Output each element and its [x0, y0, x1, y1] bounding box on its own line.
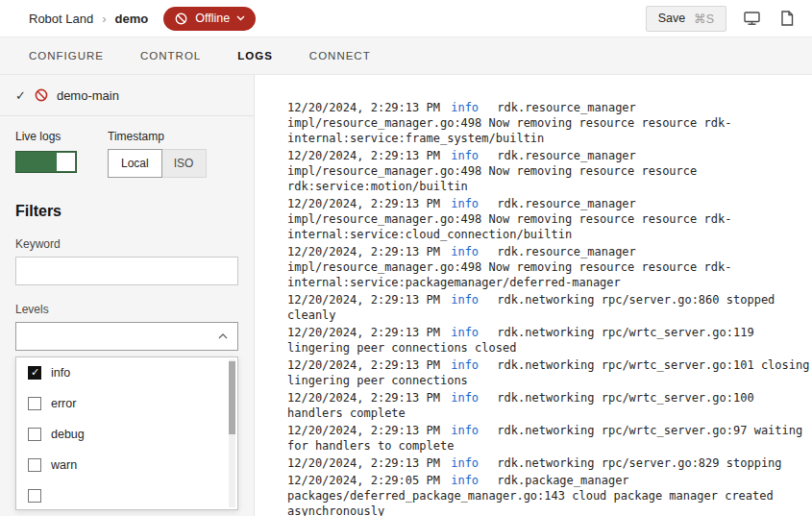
log-timestamp: 12/20/2024, 2:29:13 PM	[287, 101, 440, 114]
log-timestamp: 12/20/2024, 2:29:13 PM	[287, 197, 440, 210]
content-area: ✓ demo-main Live logs Timestamp Local IS…	[0, 75, 812, 516]
tab-configure[interactable]: CONFIGURE	[29, 50, 104, 61]
tab-control[interactable]: CONTROL	[140, 50, 201, 61]
log-message: impl/resource_manager.go:498 Now removin…	[287, 164, 697, 193]
log-timestamp: 12/20/2024, 2:29:13 PM	[287, 424, 440, 437]
log-entry: 12/20/2024, 2:29:13 PM info rdk.resource…	[287, 100, 812, 146]
checkbox-icon[interactable]	[28, 397, 41, 410]
wifi-off-icon	[174, 12, 188, 26]
log-level: info	[451, 358, 479, 372]
chevron-down-icon	[236, 15, 245, 21]
offline-status-badge[interactable]: Offline	[163, 7, 256, 31]
log-logger: rdk.networking	[497, 326, 594, 339]
logs-sidebar: ✓ demo-main Live logs Timestamp Local IS…	[0, 75, 255, 516]
level-option-debug[interactable]: debug	[16, 419, 237, 450]
timestamp-control: Timestamp Local ISO	[108, 130, 207, 178]
log-level: info	[451, 424, 479, 437]
filters-title: Filters	[15, 203, 238, 220]
top-bar: Robot Land › demo Offline Save ⌘S	[0, 0, 812, 37]
log-level: info	[451, 326, 479, 339]
breadcrumb-separator: ›	[102, 12, 106, 26]
log-timestamp: 12/20/2024, 2:29:05 PM	[287, 474, 440, 487]
tab-bar: CONFIGURE CONTROL LOGS CONNECT	[0, 37, 812, 75]
log-timestamp: 12/20/2024, 2:29:13 PM	[287, 456, 440, 470]
log-logger: rdk.resource_manager	[497, 197, 636, 210]
log-entry: 12/20/2024, 2:29:13 PM info rdk.networki…	[287, 325, 812, 356]
log-message: impl/resource_manager.go:498 Now removin…	[287, 260, 731, 289]
tab-logs[interactable]: LOGS	[237, 50, 273, 61]
machine-part-row[interactable]: ✓ demo-main	[0, 75, 254, 116]
log-entry: 12/20/2024, 2:29:13 PM info rdk.networki…	[287, 455, 812, 471]
log-level: info	[451, 197, 479, 210]
level-option-label: warn	[51, 458, 77, 472]
keyword-input[interactable]	[15, 257, 238, 285]
monitor-icon-button[interactable]	[741, 8, 763, 29]
log-logger: rdk.resource_manager	[497, 101, 636, 114]
log-timestamp: 12/20/2024, 2:29:13 PM	[287, 149, 440, 162]
toggle-knob	[57, 153, 75, 171]
document-icon-button[interactable]	[777, 8, 797, 29]
save-label: Save	[658, 12, 686, 25]
log-level: info	[451, 245, 479, 258]
level-option-label: info	[51, 366, 70, 380]
log-entry: 12/20/2024, 2:29:13 PM info rdk.resource…	[287, 148, 812, 194]
chevron-up-icon	[218, 333, 228, 339]
log-entry: 12/20/2024, 2:29:13 PM info rdk.networki…	[287, 292, 812, 323]
log-entry: 12/20/2024, 2:29:13 PM info rdk.networki…	[287, 423, 812, 454]
log-message: impl/resource_manager.go:498 Now removin…	[287, 116, 731, 145]
log-logger: rdk.resource_manager	[497, 245, 636, 258]
timestamp-option-iso[interactable]: ISO	[161, 150, 207, 177]
checkbox-checked-icon[interactable]	[28, 366, 41, 380]
checkbox-icon[interactable]	[28, 458, 41, 472]
checkbox-icon[interactable]	[28, 489, 41, 503]
monitor-icon	[743, 10, 761, 27]
log-message: impl/resource_manager.go:498 Now removin…	[287, 212, 731, 241]
log-entry: 12/20/2024, 2:29:13 PM info rdk.networki…	[287, 357, 812, 388]
log-level: info	[451, 149, 479, 162]
breadcrumb-org[interactable]: Robot Land	[29, 12, 93, 26]
log-entry: 12/20/2024, 2:29:05 PM info rdk.package_…	[287, 473, 812, 516]
log-logger: rdk.networking	[497, 424, 594, 437]
log-controls: Live logs Timestamp Local ISO	[0, 116, 254, 178]
level-option-label: debug	[51, 428, 85, 441]
log-entry: 12/20/2024, 2:29:13 PM info rdk.resource…	[287, 244, 812, 290]
log-level: info	[451, 293, 479, 307]
log-output-pane: 12/20/2024, 2:29:13 PM info rdk.resource…	[255, 75, 812, 516]
log-logger: rdk.package_manager	[497, 474, 628, 487]
dropdown-scrollbar-thumb[interactable]	[229, 361, 235, 434]
log-timestamp: 12/20/2024, 2:29:13 PM	[287, 245, 440, 258]
log-level: info	[451, 101, 479, 114]
log-message: packages/deferred_package_manager.go:143…	[287, 489, 774, 516]
log-entry: 12/20/2024, 2:29:13 PM info rdk.networki…	[287, 390, 812, 421]
status-label: Offline	[195, 12, 230, 25]
levels-label: Levels	[15, 303, 238, 316]
live-logs-control: Live logs	[15, 130, 77, 178]
save-button[interactable]: Save ⌘S	[646, 6, 726, 32]
offline-part-icon	[34, 87, 49, 103]
timestamp-option-local[interactable]: Local	[108, 149, 162, 178]
tab-connect[interactable]: CONNECT	[309, 50, 371, 61]
levels-dropdown: info error debug warn	[15, 356, 238, 510]
levels-select[interactable]	[15, 322, 238, 351]
timestamp-segmented-control: Local ISO	[108, 149, 207, 178]
log-level: info	[451, 474, 479, 487]
log-timestamp: 12/20/2024, 2:29:13 PM	[287, 358, 440, 372]
log-level: info	[451, 456, 479, 470]
level-option-info[interactable]: info	[16, 357, 237, 388]
log-logger: rdk.resource_manager	[497, 149, 636, 162]
checkbox-icon[interactable]	[28, 428, 41, 441]
timestamp-label: Timestamp	[108, 130, 207, 143]
log-logger: rdk.networking	[497, 358, 594, 372]
level-option-label: error	[51, 397, 76, 410]
log-level: info	[451, 391, 479, 405]
level-option-partial[interactable]	[16, 480, 237, 510]
keyword-label: Keyword	[15, 237, 238, 251]
level-option-error[interactable]: error	[16, 388, 237, 419]
log-timestamp: 12/20/2024, 2:29:13 PM	[287, 293, 440, 307]
log-timestamp: 12/20/2024, 2:29:13 PM	[287, 326, 440, 339]
log-timestamp: 12/20/2024, 2:29:13 PM	[287, 391, 440, 405]
topbar-actions: Save ⌘S	[646, 6, 797, 32]
level-option-warn[interactable]: warn	[16, 450, 237, 480]
save-shortcut: ⌘S	[694, 12, 714, 26]
live-logs-toggle[interactable]	[15, 151, 77, 173]
